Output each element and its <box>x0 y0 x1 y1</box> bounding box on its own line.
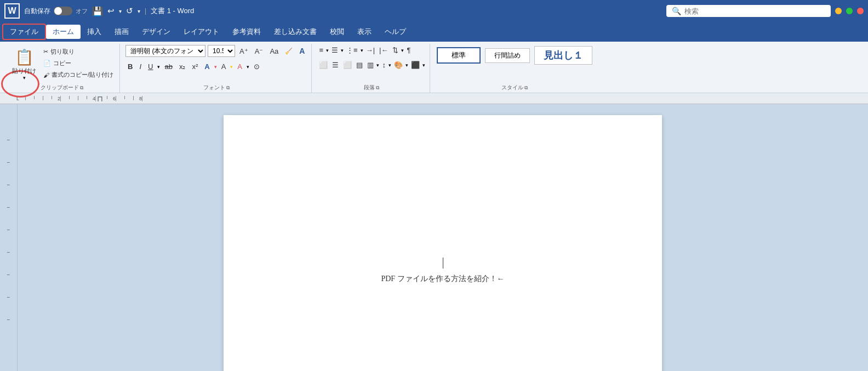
ruler-indicator[interactable]: ⊓ <box>97 94 103 103</box>
undo-button[interactable]: ↩ <box>107 6 115 16</box>
minimize-button[interactable] <box>835 8 842 14</box>
undo-dropdown[interactable]: ▾ <box>119 8 122 14</box>
copy-icon: 📄 <box>43 60 51 67</box>
font-family-select[interactable]: 游明朝 (本文のフォン <box>125 45 205 57</box>
font-content: 游明朝 (本文のフォン 10.5 A⁺ A⁻ Aa 🧹 A B I U ▾ ab… <box>125 45 307 83</box>
menu-layout[interactable]: レイアウト <box>177 25 226 39</box>
font-color-dropdown[interactable]: ▾ <box>214 64 217 70</box>
bullet-dropdown[interactable]: ▾ <box>326 48 329 53</box>
text-color-button[interactable]: A <box>235 61 244 72</box>
border-dropdown[interactable]: ▾ <box>422 62 425 68</box>
close-button[interactable] <box>857 8 864 14</box>
paragraph-label: 段落 ⧉ <box>364 83 379 93</box>
sort-button[interactable]: ⇅ <box>391 45 400 55</box>
menu-mailings[interactable]: 差し込み文書 <box>267 25 323 39</box>
highlight-dropdown[interactable]: ▾ <box>230 64 233 70</box>
ruler-inner: L 2 4 ⊓ 6 <box>16 94 142 103</box>
search-box[interactable]: 🔍 <box>666 5 831 17</box>
redo-button[interactable]: ↺ <box>126 6 133 16</box>
increase-indent-button[interactable]: →| <box>364 45 376 55</box>
cut-button[interactable]: ✂ 切り取り <box>42 47 115 56</box>
clipboard-expand-icon[interactable]: ⧉ <box>80 85 83 91</box>
autosave-toggle[interactable] <box>54 7 72 15</box>
style-heading1[interactable]: 見出し１ <box>534 46 592 65</box>
underline-button[interactable]: U <box>146 61 155 72</box>
line-spacing-button[interactable]: ↕ <box>380 60 387 70</box>
style-normal[interactable]: 標準 <box>437 47 481 64</box>
menu-insert[interactable]: 挿入 <box>81 25 108 39</box>
show-marks-button[interactable]: ¶ <box>405 45 412 55</box>
menu-review[interactable]: 校閲 <box>323 25 351 39</box>
bullet-list-button[interactable]: ≡ <box>317 45 325 55</box>
line-spacing-dropdown[interactable]: ▾ <box>389 62 391 68</box>
italic-button[interactable]: I <box>137 61 144 72</box>
border-button[interactable]: ⬛ <box>409 60 421 70</box>
styles-expand-icon[interactable]: ⧉ <box>524 85 528 91</box>
underline-dropdown[interactable]: ▾ <box>157 64 160 70</box>
save-icon[interactable]: 💾 <box>92 6 103 16</box>
font-size-select[interactable]: 10.5 <box>208 45 235 57</box>
align-left-button[interactable]: ⬜ <box>317 60 329 70</box>
sort-dropdown[interactable]: ▾ <box>401 48 404 53</box>
autosave-area: 自動保存 オフ <box>24 7 88 16</box>
numbered-list-button[interactable]: ☰ <box>330 45 340 55</box>
maximize-button[interactable] <box>846 8 853 14</box>
align-right-button[interactable]: ⬜ <box>341 60 353 70</box>
style-compact[interactable]: 行間詰め <box>485 48 530 63</box>
styles-content: 標準 行間詰め 見出し１ <box>436 45 593 83</box>
font-case-button[interactable]: Aa <box>267 46 281 56</box>
styles-label-text: スタイル <box>501 84 523 92</box>
multilevel-dropdown[interactable]: ▾ <box>361 48 363 53</box>
menu-help[interactable]: ヘルプ <box>378 25 413 39</box>
clear-format-button[interactable]: 🧹 <box>283 47 295 56</box>
shading-button[interactable]: 🎨 <box>392 60 404 70</box>
bold-button[interactable]: B <box>125 61 135 72</box>
word-logo: W <box>4 3 20 19</box>
document-area: − − − − − − − − − PDF ファイルを作る方法を紹介！← <box>0 104 868 371</box>
japanese-justify-button[interactable]: ▥ <box>366 60 375 70</box>
copy-button[interactable]: 📄 コピー <box>42 59 115 68</box>
subscript-button[interactable]: x₂ <box>177 61 188 72</box>
phonetic-guide-button[interactable]: ⊙ <box>252 61 262 72</box>
menu-draw[interactable]: 描画 <box>108 25 135 39</box>
menu-view[interactable]: 表示 <box>351 25 378 39</box>
page-container: PDF ファイルを作る方法を紹介！← <box>18 104 868 371</box>
doc-title: 文書 1 - Word <box>151 6 194 16</box>
title-bar: W 自動保存 オフ 💾 ↩ ▾ ↺ ▾ | 文書 1 - Word 🔍 <box>0 0 868 22</box>
menu-home[interactable]: ホーム <box>46 25 81 39</box>
search-input[interactable] <box>684 7 825 15</box>
text-effect-button[interactable]: A <box>297 45 307 56</box>
text-color-dropdown[interactable]: ▾ <box>247 64 249 70</box>
superscript-button[interactable]: x² <box>190 61 200 72</box>
decrease-indent-button[interactable]: |← <box>378 45 390 55</box>
copy-label: コピー <box>53 59 71 67</box>
numbered-dropdown[interactable]: ▾ <box>341 48 344 53</box>
margin-mark-2: − <box>7 159 10 165</box>
justify-button[interactable]: ▤ <box>355 60 364 70</box>
shading-dropdown[interactable]: ▾ <box>406 62 408 68</box>
justify-dropdown[interactable]: ▾ <box>376 62 379 68</box>
document-content[interactable]: PDF ファイルを作る方法を紹介！← <box>267 274 618 284</box>
document-page[interactable]: PDF ファイルを作る方法を紹介！← <box>224 115 662 371</box>
clipboard-side-buttons: ✂ 切り取り 📄 コピー 🖌 書式のコピー/貼り付け <box>42 45 115 79</box>
title-divider: | <box>145 7 146 15</box>
styles-cards: 標準 行間詰め 見出し１ <box>436 45 593 66</box>
para-row1: ≡ ▾ ☰ ▾ ⋮≡ ▾ →| |← ⇅ ▾ ¶ <box>317 45 412 55</box>
cursor-area <box>267 258 618 269</box>
format-paint-button[interactable]: 🖌 書式のコピー/貼り付け <box>42 70 115 79</box>
paste-dropdown-arrow[interactable]: ▾ <box>23 75 26 81</box>
font-color-button[interactable]: A <box>202 61 212 72</box>
menu-references[interactable]: 参考資料 <box>226 25 267 39</box>
font-expand-icon[interactable]: ⧉ <box>226 85 230 91</box>
strikethrough-button[interactable]: ab <box>162 61 174 72</box>
menu-design[interactable]: デザイン <box>135 25 177 39</box>
multilevel-list-button[interactable]: ⋮≡ <box>345 45 359 55</box>
font-grow-button[interactable]: A⁺ <box>237 46 250 56</box>
quick-access-dropdown[interactable]: ▾ <box>138 8 140 14</box>
paragraph-expand-icon[interactable]: ⧉ <box>376 85 379 91</box>
align-center-button[interactable]: ☰ <box>330 60 340 70</box>
highlight-button[interactable]: A <box>219 61 229 72</box>
font-shrink-button[interactable]: A⁻ <box>253 46 266 56</box>
paste-button[interactable]: 📋 貼り付け ▾ <box>9 45 39 83</box>
menu-file[interactable]: ファイル <box>2 24 46 40</box>
